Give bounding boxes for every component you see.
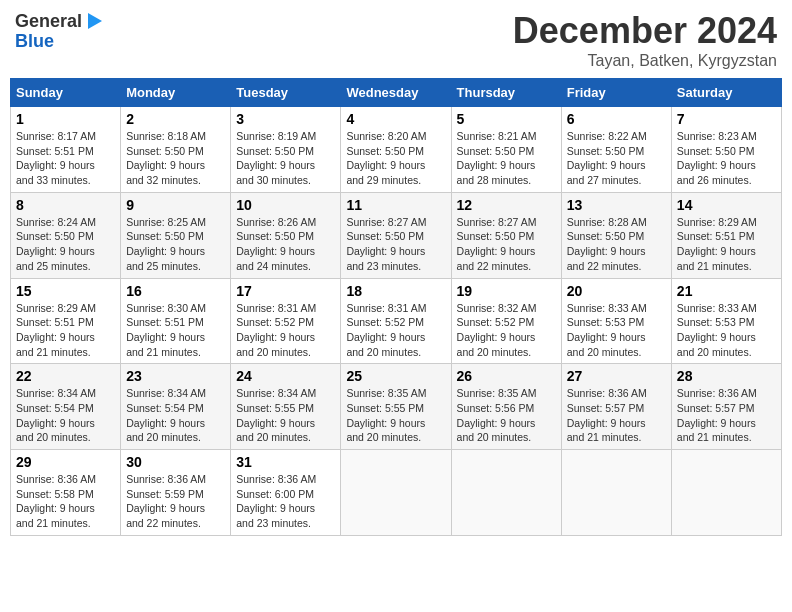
day-info: Sunrise: 8:36 AMSunset: 5:58 PMDaylight:… — [16, 472, 115, 531]
day-number: 10 — [236, 197, 335, 213]
calendar-cell: 14Sunrise: 8:29 AMSunset: 5:51 PMDayligh… — [671, 192, 781, 278]
day-info: Sunrise: 8:36 AMSunset: 5:57 PMDaylight:… — [677, 386, 776, 445]
calendar-cell: 20Sunrise: 8:33 AMSunset: 5:53 PMDayligh… — [561, 278, 671, 364]
logo: General Blue — [15, 10, 106, 50]
day-info: Sunrise: 8:35 AMSunset: 5:56 PMDaylight:… — [457, 386, 556, 445]
weekday-header-monday: Monday — [121, 79, 231, 107]
day-number: 30 — [126, 454, 225, 470]
day-number: 2 — [126, 111, 225, 127]
calendar-cell — [341, 450, 451, 536]
calendar-cell: 11Sunrise: 8:27 AMSunset: 5:50 PMDayligh… — [341, 192, 451, 278]
calendar-cell: 31Sunrise: 8:36 AMSunset: 6:00 PMDayligh… — [231, 450, 341, 536]
day-number: 31 — [236, 454, 335, 470]
day-number: 16 — [126, 283, 225, 299]
weekday-header-sunday: Sunday — [11, 79, 121, 107]
day-info: Sunrise: 8:22 AMSunset: 5:50 PMDaylight:… — [567, 129, 666, 188]
calendar-cell: 15Sunrise: 8:29 AMSunset: 5:51 PMDayligh… — [11, 278, 121, 364]
logo-chevron-icon — [84, 10, 106, 32]
calendar-cell — [671, 450, 781, 536]
calendar-cell: 6Sunrise: 8:22 AMSunset: 5:50 PMDaylight… — [561, 107, 671, 193]
calendar-week-4: 22Sunrise: 8:34 AMSunset: 5:54 PMDayligh… — [11, 364, 782, 450]
svg-marker-0 — [88, 13, 102, 29]
calendar-week-3: 15Sunrise: 8:29 AMSunset: 5:51 PMDayligh… — [11, 278, 782, 364]
day-info: Sunrise: 8:27 AMSunset: 5:50 PMDaylight:… — [457, 215, 556, 274]
day-info: Sunrise: 8:30 AMSunset: 5:51 PMDaylight:… — [126, 301, 225, 360]
day-number: 28 — [677, 368, 776, 384]
calendar-cell: 16Sunrise: 8:30 AMSunset: 5:51 PMDayligh… — [121, 278, 231, 364]
day-number: 29 — [16, 454, 115, 470]
day-number: 7 — [677, 111, 776, 127]
calendar-cell: 23Sunrise: 8:34 AMSunset: 5:54 PMDayligh… — [121, 364, 231, 450]
calendar-cell: 7Sunrise: 8:23 AMSunset: 5:50 PMDaylight… — [671, 107, 781, 193]
day-info: Sunrise: 8:33 AMSunset: 5:53 PMDaylight:… — [677, 301, 776, 360]
weekday-header-row: SundayMondayTuesdayWednesdayThursdayFrid… — [11, 79, 782, 107]
weekday-header-friday: Friday — [561, 79, 671, 107]
day-info: Sunrise: 8:33 AMSunset: 5:53 PMDaylight:… — [567, 301, 666, 360]
calendar-cell: 25Sunrise: 8:35 AMSunset: 5:55 PMDayligh… — [341, 364, 451, 450]
day-info: Sunrise: 8:32 AMSunset: 5:52 PMDaylight:… — [457, 301, 556, 360]
day-info: Sunrise: 8:27 AMSunset: 5:50 PMDaylight:… — [346, 215, 445, 274]
day-info: Sunrise: 8:21 AMSunset: 5:50 PMDaylight:… — [457, 129, 556, 188]
title-block: December 2024 Tayan, Batken, Kyrgyzstan — [513, 10, 777, 70]
calendar-cell: 8Sunrise: 8:24 AMSunset: 5:50 PMDaylight… — [11, 192, 121, 278]
day-info: Sunrise: 8:29 AMSunset: 5:51 PMDaylight:… — [677, 215, 776, 274]
day-number: 21 — [677, 283, 776, 299]
day-info: Sunrise: 8:20 AMSunset: 5:50 PMDaylight:… — [346, 129, 445, 188]
location-title: Tayan, Batken, Kyrgyzstan — [513, 52, 777, 70]
calendar-cell: 3Sunrise: 8:19 AMSunset: 5:50 PMDaylight… — [231, 107, 341, 193]
day-number: 17 — [236, 283, 335, 299]
calendar-cell: 10Sunrise: 8:26 AMSunset: 5:50 PMDayligh… — [231, 192, 341, 278]
day-number: 20 — [567, 283, 666, 299]
day-info: Sunrise: 8:36 AMSunset: 5:59 PMDaylight:… — [126, 472, 225, 531]
day-number: 8 — [16, 197, 115, 213]
calendar-cell — [451, 450, 561, 536]
day-number: 19 — [457, 283, 556, 299]
calendar-cell: 17Sunrise: 8:31 AMSunset: 5:52 PMDayligh… — [231, 278, 341, 364]
calendar-cell: 26Sunrise: 8:35 AMSunset: 5:56 PMDayligh… — [451, 364, 561, 450]
day-number: 3 — [236, 111, 335, 127]
weekday-header-wednesday: Wednesday — [341, 79, 451, 107]
day-number: 26 — [457, 368, 556, 384]
calendar-week-1: 1Sunrise: 8:17 AMSunset: 5:51 PMDaylight… — [11, 107, 782, 193]
calendar-cell — [561, 450, 671, 536]
day-info: Sunrise: 8:36 AMSunset: 5:57 PMDaylight:… — [567, 386, 666, 445]
day-info: Sunrise: 8:31 AMSunset: 5:52 PMDaylight:… — [346, 301, 445, 360]
day-info: Sunrise: 8:18 AMSunset: 5:50 PMDaylight:… — [126, 129, 225, 188]
day-number: 1 — [16, 111, 115, 127]
calendar-cell: 18Sunrise: 8:31 AMSunset: 5:52 PMDayligh… — [341, 278, 451, 364]
calendar-cell: 28Sunrise: 8:36 AMSunset: 5:57 PMDayligh… — [671, 364, 781, 450]
day-info: Sunrise: 8:19 AMSunset: 5:50 PMDaylight:… — [236, 129, 335, 188]
day-number: 24 — [236, 368, 335, 384]
day-info: Sunrise: 8:23 AMSunset: 5:50 PMDaylight:… — [677, 129, 776, 188]
day-number: 6 — [567, 111, 666, 127]
calendar-week-2: 8Sunrise: 8:24 AMSunset: 5:50 PMDaylight… — [11, 192, 782, 278]
day-number: 9 — [126, 197, 225, 213]
day-number: 5 — [457, 111, 556, 127]
day-info: Sunrise: 8:34 AMSunset: 5:54 PMDaylight:… — [126, 386, 225, 445]
calendar-cell: 21Sunrise: 8:33 AMSunset: 5:53 PMDayligh… — [671, 278, 781, 364]
day-number: 25 — [346, 368, 445, 384]
calendar-cell: 30Sunrise: 8:36 AMSunset: 5:59 PMDayligh… — [121, 450, 231, 536]
day-number: 22 — [16, 368, 115, 384]
page-header: General Blue December 2024 Tayan, Batken… — [10, 10, 782, 70]
calendar-cell: 27Sunrise: 8:36 AMSunset: 5:57 PMDayligh… — [561, 364, 671, 450]
day-info: Sunrise: 8:36 AMSunset: 6:00 PMDaylight:… — [236, 472, 335, 531]
day-number: 23 — [126, 368, 225, 384]
calendar-week-5: 29Sunrise: 8:36 AMSunset: 5:58 PMDayligh… — [11, 450, 782, 536]
weekday-header-saturday: Saturday — [671, 79, 781, 107]
day-number: 18 — [346, 283, 445, 299]
calendar-cell: 22Sunrise: 8:34 AMSunset: 5:54 PMDayligh… — [11, 364, 121, 450]
day-number: 13 — [567, 197, 666, 213]
calendar-cell: 1Sunrise: 8:17 AMSunset: 5:51 PMDaylight… — [11, 107, 121, 193]
day-number: 27 — [567, 368, 666, 384]
logo-blue-text: Blue — [15, 32, 106, 50]
weekday-header-tuesday: Tuesday — [231, 79, 341, 107]
day-info: Sunrise: 8:26 AMSunset: 5:50 PMDaylight:… — [236, 215, 335, 274]
calendar-cell: 9Sunrise: 8:25 AMSunset: 5:50 PMDaylight… — [121, 192, 231, 278]
calendar-cell: 19Sunrise: 8:32 AMSunset: 5:52 PMDayligh… — [451, 278, 561, 364]
calendar-cell: 12Sunrise: 8:27 AMSunset: 5:50 PMDayligh… — [451, 192, 561, 278]
calendar-cell: 13Sunrise: 8:28 AMSunset: 5:50 PMDayligh… — [561, 192, 671, 278]
day-info: Sunrise: 8:29 AMSunset: 5:51 PMDaylight:… — [16, 301, 115, 360]
day-number: 15 — [16, 283, 115, 299]
calendar-cell: 29Sunrise: 8:36 AMSunset: 5:58 PMDayligh… — [11, 450, 121, 536]
